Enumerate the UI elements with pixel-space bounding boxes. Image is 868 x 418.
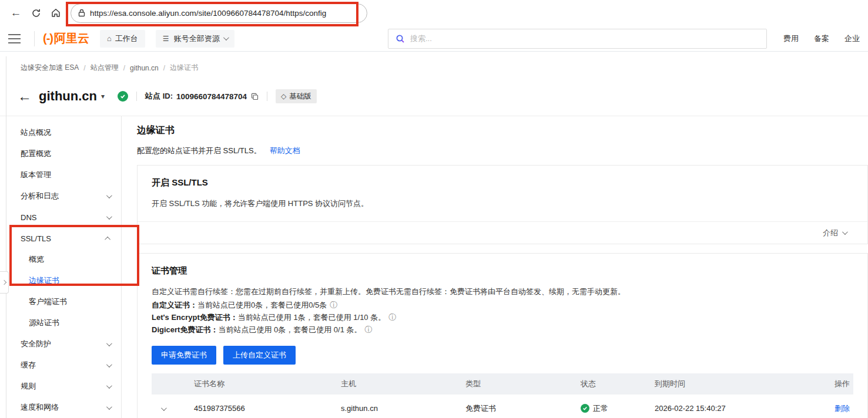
sidebar-item-ssl-overview[interactable]: 概览 — [0, 249, 121, 270]
cert-card-title: 证书管理 — [152, 265, 853, 277]
site-id-label: 站点 ID: — [145, 91, 173, 102]
sidebar-item-rules[interactable]: 规则 — [0, 376, 121, 397]
plan-badge-label: 基础版 — [289, 92, 311, 102]
sidebar-item-site-overview[interactable]: 站点概况 — [0, 122, 121, 143]
plan-badge[interactable]: ◇ 基础版 — [276, 89, 317, 103]
delete-link[interactable]: 删除 — [835, 404, 850, 413]
menu-icon[interactable] — [8, 30, 26, 48]
ssl-card-intro-toggle[interactable]: 介绍 — [138, 221, 867, 244]
chevron-down-icon — [106, 362, 112, 368]
chevron-down-icon — [106, 383, 112, 389]
sidebar: 站点概况 配置概览 版本管理 分析和日志 DNS SSL/TLS 概览 边缘证书… — [0, 116, 122, 418]
global-search[interactable] — [388, 29, 767, 49]
cell-expiry: 2026-02-22 15:40:27 — [650, 404, 811, 413]
info-icon[interactable]: ⓘ — [330, 299, 337, 311]
sidebar-item-client-certificates[interactable]: 客户端证书 — [0, 291, 121, 312]
breadcrumb: 边缘安全加速 ESA / 站点管理 / githun.cn / 边缘证书 — [21, 63, 868, 73]
chevron-down-icon — [106, 341, 112, 346]
chevron-down-icon — [106, 193, 112, 198]
site-name: githun.cn — [39, 89, 97, 104]
info-icon[interactable]: ⓘ — [365, 324, 373, 336]
sidebar-collapse-handle[interactable] — [0, 271, 9, 294]
sidebar-item-version-management[interactable]: 版本管理 — [0, 164, 121, 186]
ssl-card-title: 开启 SSL/TLS — [152, 177, 853, 188]
workbench-button[interactable]: ⌂ 工作台 — [100, 30, 145, 48]
site-id-value: 1009660784478704 — [176, 92, 247, 101]
site-verified-icon — [118, 91, 128, 102]
site-back-icon[interactable]: ← — [18, 89, 32, 103]
chevron-down-icon — [223, 35, 229, 41]
browser-toolbar: ← — [0, 0, 868, 26]
breadcrumb-site[interactable]: githun.cn — [130, 64, 159, 72]
resources-button[interactable]: ☰ 账号全部资源 — [156, 30, 234, 48]
status-badge: 正常 — [593, 403, 608, 414]
col-type: 类型 — [461, 379, 576, 389]
apply-free-cert-button[interactable]: 申请免费证书 — [152, 346, 216, 365]
chevron-down-icon — [106, 404, 112, 410]
quota-custom-cert: 自定义证书： 当前站点已使用0条，套餐已使用0/5条 ⓘ — [152, 299, 853, 311]
ssl-card-description: 开启 SSL/TLS 功能，将允许客户端使用 HTTPS 协议访问节点。 — [152, 198, 853, 221]
sidebar-item-analytics-logs[interactable]: 分析和日志 — [0, 186, 121, 207]
cell-type: 免费证书 — [461, 403, 576, 414]
table-row: 451987375566 s.githun.cn 免费证书 正常 2026-02… — [152, 395, 853, 418]
lock-icon — [78, 9, 85, 17]
url-bar[interactable] — [71, 4, 367, 23]
page-edge-line — [6, 56, 6, 418]
col-action: 操作 — [811, 379, 853, 389]
brand-mark: (-) — [43, 32, 53, 45]
status-ok-icon — [581, 404, 589, 413]
back-icon[interactable]: ← — [6, 3, 26, 23]
info-icon[interactable]: ⓘ — [388, 312, 396, 323]
workbench-label: 工作台 — [115, 33, 138, 44]
site-header: ← githun.cn ▾ 站点 ID: 1009660784478704 ◇ … — [18, 85, 868, 108]
search-input[interactable] — [410, 34, 759, 43]
upload-custom-cert-button[interactable]: 上传自定义证书 — [223, 346, 296, 365]
sidebar-item-dns[interactable]: DNS — [0, 207, 121, 228]
nav-divider — [34, 31, 35, 46]
chevron-down-icon — [842, 229, 848, 235]
sidebar-item-edge-certificates[interactable]: 边缘证书 — [0, 270, 121, 291]
copy-icon[interactable] — [251, 93, 259, 100]
browser-window: ← (-) 阿里云 ⌂ 工作台 — [0, 0, 868, 418]
content-area: 站点概况 配置概览 版本管理 分析和日志 DNS SSL/TLS 概览 边缘证书… — [0, 116, 868, 418]
brand-name: 阿里云 — [54, 31, 89, 46]
sidebar-item-cache[interactable]: 缓存 — [0, 355, 121, 376]
resources-icon: ☰ — [163, 35, 170, 43]
url-input[interactable] — [90, 9, 360, 18]
cert-table: 证书名称 主机 类型 状态 到期时间 操作 451987375566 s.git… — [152, 373, 853, 418]
home-icon[interactable] — [46, 3, 66, 23]
breadcrumb-site-management[interactable]: 站点管理 — [91, 63, 119, 73]
cert-table-header: 证书名称 主机 类型 状态 到期时间 操作 — [152, 373, 853, 395]
site-switcher-caret-icon[interactable]: ▾ — [101, 92, 105, 100]
cell-host: s.githun.cn — [336, 404, 461, 413]
col-expiry: 到期时间 — [650, 379, 811, 389]
ssl-tls-card: 开启 SSL/TLS 开启 SSL/TLS 功能，将允许客户端使用 HTTPS … — [137, 165, 868, 244]
aliyun-logo[interactable]: (-) 阿里云 — [43, 31, 89, 46]
workbench-home-icon: ⌂ — [107, 34, 112, 43]
cert-card-description: 自定义证书需自行续签：您需在过期前自行续签，并重新上传。免费证书无需自行续签：免… — [152, 286, 853, 299]
breadcrumb-current: 边缘证书 — [170, 63, 198, 73]
nav-link-icp[interactable]: 备案 — [814, 33, 829, 44]
page-title: 边缘证书 — [137, 124, 868, 137]
nav-link-billing[interactable]: 费用 — [783, 33, 799, 44]
cell-status: 正常 — [576, 403, 650, 414]
main-panel: 边缘证书 配置您的站点证书并开启 SSL/TLS。 帮助文档 开启 SSL/TL… — [122, 116, 868, 418]
quota-lets-encrypt: Let's Encrypt免费证书： 当前站点已使用 1条，套餐已使用 1/10… — [152, 312, 853, 323]
sidebar-item-ssl-tls[interactable]: SSL/TLS — [0, 228, 121, 249]
cell-cert-name: 451987375566 — [189, 404, 336, 413]
refresh-icon[interactable] — [26, 3, 46, 23]
help-doc-link[interactable]: 帮助文档 — [270, 146, 300, 156]
sidebar-item-speed-network[interactable]: 速度和网络 — [0, 397, 121, 418]
sidebar-item-security[interactable]: 安全防护 — [0, 333, 121, 355]
nav-links: 费用 备案 企业 — [783, 33, 860, 44]
col-cert-name: 证书名称 — [189, 379, 336, 389]
sidebar-item-origin-certificates[interactable]: 源站证书 — [0, 312, 121, 333]
page-subtitle: 配置您的站点证书并开启 SSL/TLS。 帮助文档 — [137, 146, 868, 156]
nav-link-enterprise[interactable]: 企业 — [844, 33, 860, 44]
console-topnav: (-) 阿里云 ⌂ 工作台 ☰ 账号全部资源 费用 备案 企业 — [0, 26, 868, 52]
row-expand-icon[interactable] — [152, 404, 189, 413]
cert-management-card: 证书管理 自定义证书需自行续签：您需在过期前自行续签，并重新上传。免费证书无需自… — [137, 253, 868, 418]
sidebar-item-config-overview[interactable]: 配置概览 — [0, 143, 121, 164]
breadcrumb-esa[interactable]: 边缘安全加速 ESA — [21, 63, 79, 73]
col-status: 状态 — [576, 379, 650, 389]
